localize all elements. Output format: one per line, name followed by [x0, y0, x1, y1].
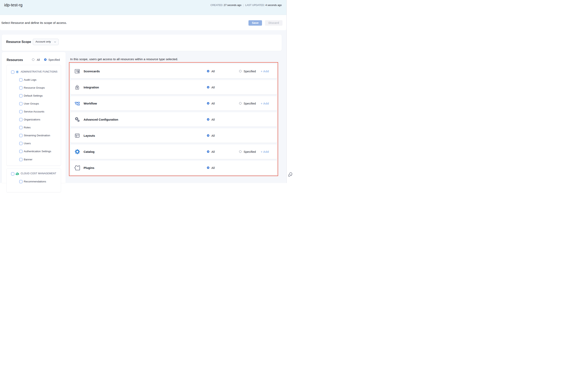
svg-text:$: $ — [17, 173, 18, 175]
